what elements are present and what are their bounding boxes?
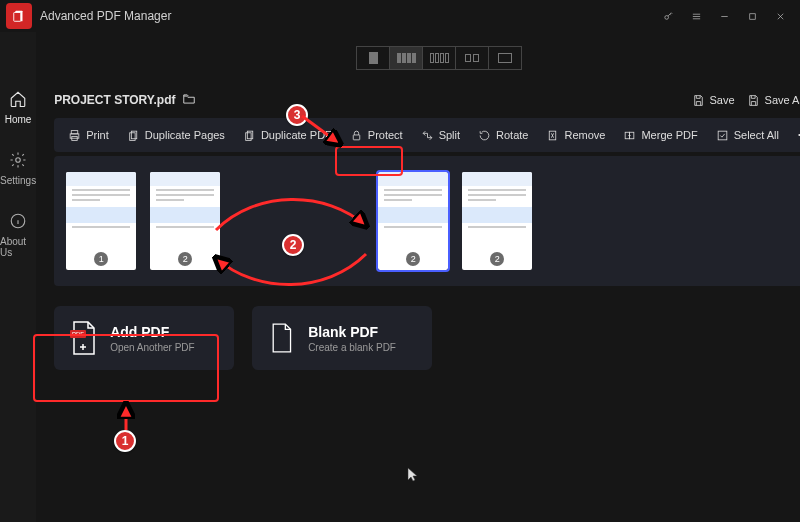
blank-pdf-card[interactable]: Blank PDF Create a blank PDF [252, 306, 432, 370]
merge-pdf-label: Merge PDF [641, 129, 697, 141]
main-area: PROJECT STORY.pdf Save Save As [36, 32, 800, 522]
duplicate-pages-button[interactable]: Duplicate Pages [119, 124, 233, 147]
view-wide-button[interactable] [488, 46, 522, 70]
protect-button[interactable]: Protect [342, 124, 411, 147]
page-number-badge: 2 [178, 252, 192, 266]
remove-button[interactable]: Remove [538, 124, 613, 147]
sidebar: Home Settings About Us [0, 32, 36, 522]
lock-icon [350, 129, 363, 142]
app-logo [6, 3, 32, 29]
app-window: Advanced PDF Manager Home [0, 0, 800, 522]
page-number-badge: 2 [490, 252, 504, 266]
sidebar-item-home[interactable]: Home [5, 88, 32, 125]
card-subtitle: Create a blank PDF [308, 342, 396, 353]
annotation-badge-1: 1 [114, 430, 136, 452]
page-thumbnail[interactable]: 2 [462, 172, 532, 270]
annotation-arrow-1 [106, 400, 146, 434]
page-thumbnail[interactable]: 1 [66, 172, 136, 270]
duplicate-pdf-label: Duplicate PDF [261, 129, 332, 141]
file-name: PROJECT STORY.pdf [54, 93, 175, 107]
toolbar: Print Duplicate Pages Duplicate PDF Prot… [54, 118, 800, 152]
title-bar: Advanced PDF Manager [0, 0, 800, 32]
merge-pdf-button[interactable]: Merge PDF [615, 124, 705, 147]
select-all-label: Select All [734, 129, 779, 141]
card-subtitle: Open Another PDF [110, 342, 195, 353]
svg-rect-12 [246, 132, 251, 140]
save-button[interactable]: Save [686, 91, 741, 110]
svg-rect-17 [718, 131, 727, 140]
sidebar-item-settings[interactable]: Settings [0, 149, 36, 186]
print-label: Print [86, 129, 109, 141]
save-label: Save [710, 94, 735, 106]
toolbar-more-button[interactable]: ⋯ [789, 124, 800, 146]
add-pdf-card[interactable]: PDF Add PDF Open Another PDF [54, 306, 234, 370]
page-thumbnail-strip: 1 2 2 2 [54, 156, 800, 286]
sidebar-item-about[interactable]: About Us [0, 210, 36, 258]
svg-rect-3 [749, 13, 755, 19]
file-header: PROJECT STORY.pdf Save Save As [54, 86, 800, 114]
blank-file-icon [266, 320, 296, 356]
card-title: Add PDF [110, 324, 195, 340]
save-as-button[interactable]: Save As [741, 91, 800, 110]
duplicate-pages-label: Duplicate Pages [145, 129, 225, 141]
view-switcher [54, 38, 800, 78]
folder-open-icon[interactable] [182, 92, 196, 109]
view-two-up-button[interactable] [455, 46, 489, 70]
sidebar-label: About Us [0, 236, 36, 258]
sidebar-label: Home [5, 114, 32, 125]
svg-rect-10 [129, 132, 134, 140]
home-icon [7, 88, 29, 110]
key-icon[interactable] [654, 2, 682, 30]
view-grid-outline-button[interactable] [422, 46, 456, 70]
remove-label: Remove [564, 129, 605, 141]
rotate-button[interactable]: Rotate [470, 124, 536, 147]
svg-text:PDF: PDF [72, 331, 84, 337]
minimize-button[interactable] [710, 2, 738, 30]
gear-icon [7, 149, 29, 171]
split-label: Split [439, 129, 460, 141]
page-thumbnail[interactable]: 2 [150, 172, 220, 270]
svg-point-4 [16, 158, 21, 163]
svg-rect-11 [247, 131, 252, 139]
svg-rect-9 [131, 131, 136, 139]
split-button[interactable]: Split [413, 124, 468, 147]
print-button[interactable]: Print [60, 124, 117, 147]
svg-rect-6 [71, 130, 78, 133]
action-cards-row: PDF Add PDF Open Another PDF Blank PDF C… [54, 306, 800, 370]
rotate-label: Rotate [496, 129, 528, 141]
svg-rect-13 [353, 134, 360, 139]
card-title: Blank PDF [308, 324, 396, 340]
save-as-label: Save As [765, 94, 800, 106]
info-icon [7, 210, 29, 232]
page-number-badge: 1 [94, 252, 108, 266]
view-grid-4-button[interactable] [389, 46, 423, 70]
duplicate-pdf-button[interactable]: Duplicate PDF [235, 124, 340, 147]
select-all-button[interactable]: Select All [708, 124, 787, 147]
sidebar-label: Settings [0, 175, 36, 186]
page-thumbnail[interactable]: 2 [378, 172, 448, 270]
svg-point-2 [664, 15, 668, 19]
cursor-icon [406, 466, 420, 486]
page-number-badge: 2 [406, 252, 420, 266]
pdf-file-icon: PDF [68, 320, 98, 356]
maximize-button[interactable] [738, 2, 766, 30]
view-single-button[interactable] [356, 46, 390, 70]
svg-rect-1 [14, 13, 21, 22]
hamburger-icon[interactable] [682, 2, 710, 30]
close-button[interactable] [766, 2, 794, 30]
protect-label: Protect [368, 129, 403, 141]
app-title: Advanced PDF Manager [40, 9, 171, 23]
